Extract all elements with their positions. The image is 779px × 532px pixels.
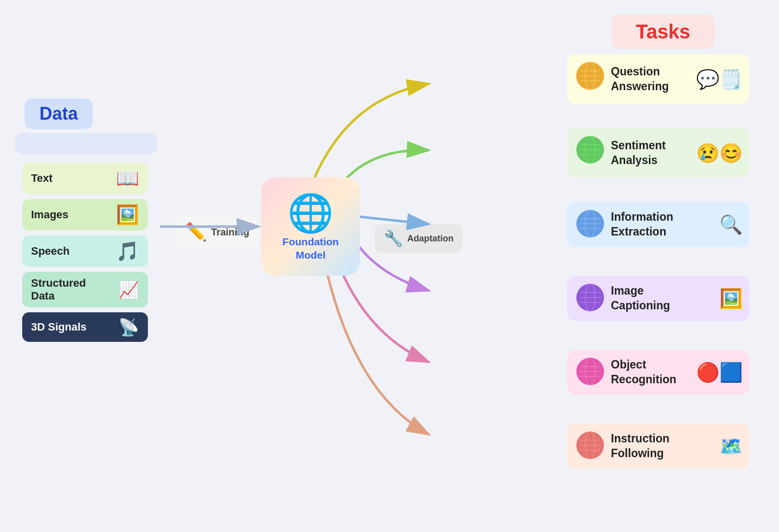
signals-label: 3D Signals <box>31 321 86 333</box>
ic-label: ImageCaptioning <box>611 284 714 313</box>
signals-icon: 📡 <box>118 317 139 337</box>
image-icon: 🖼️ <box>116 204 139 226</box>
if-globe <box>574 431 606 462</box>
ic-globe <box>574 283 606 314</box>
training-box: ✏️ Training <box>175 217 259 247</box>
ie-icon: 🔍 <box>719 214 743 235</box>
sa-globe <box>574 135 606 171</box>
ic-icon: 🖼️ <box>719 288 743 309</box>
tasks-title-box: Tasks <box>611 15 715 49</box>
qa-globe <box>574 61 606 97</box>
if-icon: 🗺️ <box>719 435 743 457</box>
ie-label: InformationExtraction <box>611 210 714 239</box>
sa-icon: 😢😊 <box>696 142 743 164</box>
structured-label: StructuredData <box>31 277 86 302</box>
foundation-model-box: 🌐 FoundationModel <box>261 177 360 276</box>
data-item-speech: Speech 🎵 <box>22 235 148 267</box>
qa-label: QuestionAnswering <box>611 65 691 94</box>
data-item-images: Images 🖼️ <box>22 199 148 231</box>
or-label: ObjectRecognition <box>611 358 691 387</box>
images-label: Images <box>31 208 69 221</box>
training-label: Training <box>211 227 249 238</box>
speech-icon: 🎵 <box>116 240 139 262</box>
qa-icon: 💬🗒️ <box>696 68 743 90</box>
adaptation-box: 🔧 Adaptation <box>375 224 462 253</box>
data-panel <box>15 133 158 154</box>
sa-label: SentimentAnalysis <box>611 138 691 168</box>
speech-label: Speech <box>31 245 70 258</box>
book-icon: 📖 <box>116 167 139 189</box>
or-icon: 🔴🟦 <box>696 362 743 383</box>
ie-globe <box>574 209 606 240</box>
data-item-structured: StructuredData 📈 <box>22 272 148 307</box>
adaptation-label: Adaptation <box>407 233 454 244</box>
structured-icon: 📈 <box>118 280 139 299</box>
adaptation-icon: 🔧 <box>384 229 403 248</box>
text-label: Text <box>31 172 53 185</box>
foundation-label: FoundationModel <box>283 235 339 262</box>
data-items-list: Text 📖 Images 🖼️ Speech 🎵 StructuredData… <box>22 163 148 342</box>
tasks-title: Tasks <box>636 21 690 42</box>
if-label: InstructionFollowing <box>611 432 714 461</box>
task-card-if: InstructionFollowing 🗺️ <box>567 424 749 469</box>
task-card-sa: SentimentAnalysis 😢😊 <box>567 128 749 178</box>
training-icon: ✏️ <box>185 222 207 242</box>
data-item-signals: 3D Signals 📡 <box>22 312 148 342</box>
task-card-or: ObjectRecognition 🔴🟦 <box>567 350 749 395</box>
task-card-qa: QuestionAnswering 💬🗒️ <box>567 54 749 104</box>
task-card-ie: InformationExtraction 🔍 <box>567 202 749 247</box>
data-title: Data <box>25 99 93 129</box>
data-item-text: Text 📖 <box>22 163 148 194</box>
foundation-globe: 🌐 <box>287 192 334 235</box>
or-globe <box>574 357 606 388</box>
task-card-ic: ImageCaptioning 🖼️ <box>567 276 749 321</box>
